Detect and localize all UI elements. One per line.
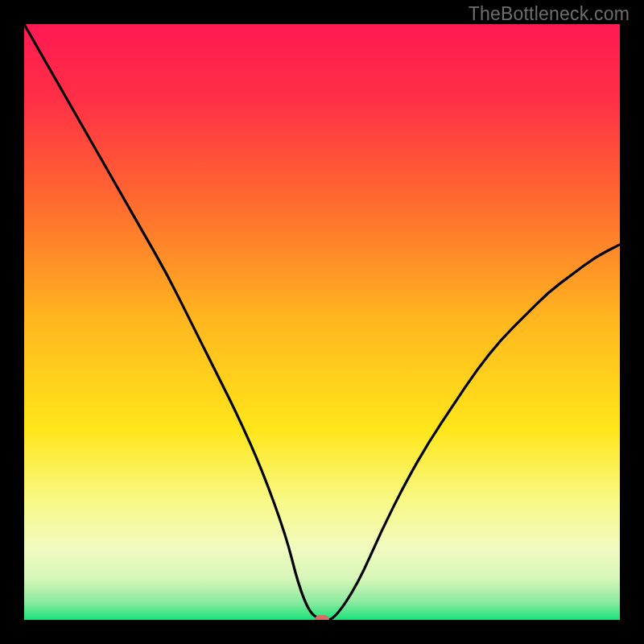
chart-frame: TheBottleneck.com: [0, 0, 644, 644]
bottleneck-curve: [24, 24, 620, 620]
optimal-point-marker: [315, 615, 329, 620]
plot-area: [24, 24, 620, 620]
watermark-text: TheBottleneck.com: [469, 3, 630, 25]
